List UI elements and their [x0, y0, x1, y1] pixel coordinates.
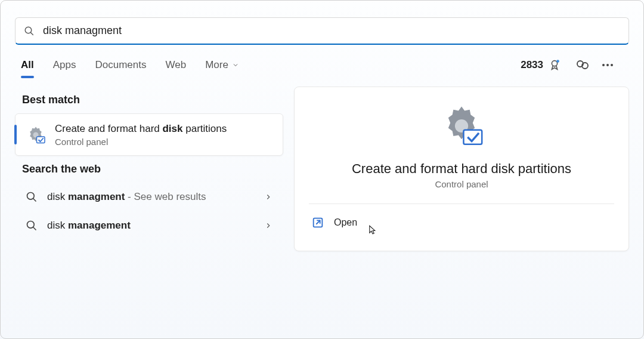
preview-subtitle: Control panel	[435, 179, 488, 189]
search-icon	[26, 191, 38, 203]
gear-check-icon-large	[437, 101, 486, 150]
divider	[309, 204, 614, 204]
web-result-1[interactable]: disk management	[15, 211, 283, 240]
rewards-medal-icon	[548, 58, 561, 72]
best-match-text: Create and format hard disk partitions C…	[55, 122, 227, 147]
svg-line-14	[33, 227, 36, 230]
tab-documents[interactable]: Documents	[95, 56, 146, 75]
search-web-header: Search the web	[22, 163, 283, 175]
web-result-0[interactable]: disk managment - See web results	[15, 183, 283, 211]
svg-point-11	[27, 193, 35, 200]
preview-panel: Create and format hard disk partitions C…	[294, 87, 629, 251]
svg-point-7	[606, 64, 609, 66]
chevron-right-icon	[264, 221, 273, 230]
svg-point-8	[611, 64, 613, 66]
search-bar[interactable]	[15, 17, 629, 45]
gear-check-icon	[25, 124, 47, 146]
svg-line-1	[30, 32, 33, 35]
results-list: Best match Create and format hard disk p…	[15, 87, 283, 251]
tab-web[interactable]: Web	[165, 56, 186, 75]
svg-rect-10	[37, 137, 45, 143]
rewards-points[interactable]: 2833	[521, 58, 561, 72]
search-icon	[26, 220, 38, 232]
open-external-icon	[311, 216, 324, 229]
preview-title: Create and format hard disk partitions	[352, 161, 571, 177]
svg-line-18	[316, 220, 320, 224]
cursor-icon	[367, 223, 378, 236]
filter-tabs: All Apps Documents Web More 2833	[1, 45, 643, 79]
svg-point-6	[602, 64, 605, 66]
chat-icon[interactable]	[575, 58, 590, 72]
search-input[interactable]	[43, 24, 620, 37]
tab-all[interactable]: All	[21, 56, 34, 75]
svg-rect-16	[463, 130, 482, 144]
chevron-right-icon	[264, 193, 273, 201]
svg-point-13	[27, 221, 35, 229]
chevron-down-icon	[232, 61, 239, 69]
more-options-icon[interactable]	[600, 58, 615, 72]
open-button[interactable]: Open	[309, 209, 614, 236]
search-icon	[24, 26, 35, 36]
tab-more[interactable]: More	[205, 56, 239, 75]
results-area: Best match Create and format hard disk p…	[1, 79, 643, 251]
open-label: Open	[334, 217, 357, 228]
svg-line-12	[33, 199, 36, 202]
best-match-header: Best match	[22, 94, 283, 106]
best-match-result[interactable]: Create and format hard disk partitions C…	[15, 113, 283, 156]
tab-apps[interactable]: Apps	[53, 56, 76, 75]
svg-point-3	[556, 60, 559, 63]
svg-point-0	[25, 27, 32, 33]
svg-point-2	[552, 61, 557, 66]
